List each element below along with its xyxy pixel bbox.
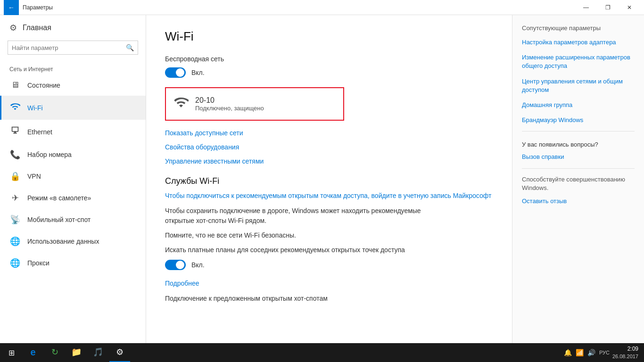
improve-text: Способствуйте совершенствованию Windows.: [522, 175, 635, 192]
search-input[interactable]: [8, 41, 122, 54]
services-link[interactable]: Чтобы подключиться к рекомендуемым откры…: [165, 192, 493, 199]
app-body: ⚙ Главная 🔍 Сеть и Интернет 🖥 Состояние …: [0, 15, 644, 343]
paid-toggle-label: Вкл.: [191, 261, 205, 269]
back-button[interactable]: ←: [4, 0, 19, 15]
network-info: 20-10 Подключено, защищено: [195, 96, 264, 112]
sidebar-item-vpn[interactable]: 🔒 VPN: [0, 165, 146, 187]
close-button[interactable]: ✕: [619, 0, 640, 15]
titlebar: ← Параметры — ❐ ✕: [0, 0, 644, 15]
network-systray-icon: 📶: [576, 349, 584, 356]
sidebar-item-label: Ethernet: [27, 128, 52, 136]
media-icon: 🎵: [93, 347, 103, 357]
right-link-help[interactable]: Вызов справки: [522, 153, 635, 161]
sidebar: ⚙ Главная 🔍 Сеть и Интернет 🖥 Состояние …: [0, 15, 146, 343]
questions-title: У вас появились вопросы?: [522, 141, 635, 148]
language-indicator: РУС: [599, 350, 610, 355]
taskbar-right: 🔔 📶 🔊 РУС 2:09 26.08.2017: [564, 346, 642, 360]
taskbar-app-explorer[interactable]: 📁: [66, 343, 87, 362]
connection-text: Подключение к предложенным открытым хот-…: [165, 294, 448, 304]
sidebar-item-label: Прокси: [27, 259, 50, 267]
sidebar-item-dialup[interactable]: 📞 Набор номера: [0, 144, 146, 165]
right-panel: Сопутствующие параметры Настройка параме…: [512, 15, 644, 343]
taskbar-app-media[interactable]: 🎵: [88, 343, 108, 362]
window-controls: — ❐ ✕: [575, 0, 640, 15]
right-link-feedback[interactable]: Оставить отзыв: [522, 197, 635, 206]
section-label: Сеть и Интернет: [0, 62, 146, 74]
sidebar-item-proxy[interactable]: 🌐 Прокси: [0, 252, 146, 274]
datausage-icon: 🌐: [9, 236, 21, 247]
sidebar-item-airplane[interactable]: ✈ Режим «в самолете»: [0, 187, 146, 209]
services-text1: Чтобы сохранить подключение в дороге, Wi…: [165, 206, 448, 226]
dialup-icon: 📞: [9, 149, 21, 160]
taskbar-app-edge[interactable]: e: [23, 343, 43, 362]
link-show-networks[interactable]: Показать доступные сети: [165, 129, 493, 137]
paid-label: Искать платные планы для соседних рекоме…: [165, 245, 448, 255]
refresh-icon: ↻: [51, 347, 58, 357]
notifications-icon[interactable]: 🔔: [564, 349, 572, 356]
status-icon: 🖥: [9, 80, 21, 90]
wireless-section-label: Беспроводная сеть: [165, 55, 493, 63]
app-title: Параметры: [23, 4, 575, 11]
link-manage-networks[interactable]: Управление известными сетями: [165, 157, 493, 165]
sidebar-item-datausage[interactable]: 🌐 Использование данных: [0, 230, 146, 252]
page-title: Wi-Fi: [165, 29, 493, 44]
sidebar-item-label: Wi-Fi: [27, 104, 43, 112]
right-link-sharing[interactable]: Изменение расширенных параметров общего …: [522, 53, 635, 70]
wireless-toggle[interactable]: [165, 67, 186, 78]
sidebar-item-wifi[interactable]: Wi-Fi: [0, 96, 146, 120]
proxy-icon: 🌐: [9, 258, 21, 268]
clock-date: 26.08.2017: [612, 353, 638, 360]
paid-toggle-row: Вкл.: [165, 260, 493, 270]
taskbar-clock: 2:09 26.08.2017: [612, 346, 638, 360]
divider1: [522, 131, 635, 132]
network-status: Подключено, защищено: [195, 105, 264, 112]
wifi-icon: [9, 101, 21, 114]
taskbar-app-settings[interactable]: ⚙: [109, 343, 130, 362]
ethernet-icon: [9, 125, 21, 138]
services-text2: Помните, что не все сети Wi-Fi безопасны…: [165, 230, 448, 240]
right-link-firewall[interactable]: Брандмауэр Windows: [522, 116, 635, 124]
main-content: Wi-Fi Беспроводная сеть Вкл. 20-10 Подкл…: [146, 15, 512, 343]
sidebar-item-label: VPN: [27, 173, 41, 180]
start-button[interactable]: ⊞: [2, 343, 21, 362]
wireless-toggle-label: Вкл.: [191, 69, 205, 76]
network-wifi-icon: [173, 95, 189, 113]
taskbar-app-refresh[interactable]: ↻: [44, 343, 65, 362]
vpn-icon: 🔒: [9, 171, 21, 181]
sidebar-header[interactable]: ⚙ Главная: [0, 15, 146, 41]
airplane-icon: ✈: [9, 193, 21, 203]
right-link-adapter[interactable]: Настройка параметров адаптера: [522, 38, 635, 47]
taskbar-apps: e ↻ 📁 🎵 ⚙: [21, 343, 564, 362]
clock-time: 2:09: [612, 346, 638, 353]
sidebar-item-label: Использование данных: [27, 238, 99, 245]
sidebar-item-status[interactable]: 🖥 Состояние: [0, 74, 146, 96]
related-settings-title: Сопутствующие параметры: [522, 25, 635, 32]
sidebar-item-ethernet[interactable]: Ethernet: [0, 120, 146, 144]
taskbar: ⊞ e ↻ 📁 🎵 ⚙ 🔔 📶 🔊 РУС 2:09 26.08.2017: [0, 343, 644, 362]
right-link-homegroup[interactable]: Домашняя группа: [522, 101, 635, 109]
right-link-network-center[interactable]: Центр управления сетями и общим доступом: [522, 77, 635, 94]
sidebar-home-label: Главная: [23, 24, 51, 32]
minimize-button[interactable]: —: [575, 0, 597, 15]
settings-taskbar-icon: ⚙: [116, 347, 124, 357]
connected-network-card[interactable]: 20-10 Подключено, защищено: [165, 87, 344, 121]
divider2: [522, 168, 635, 169]
sidebar-item-label: Набор номера: [27, 151, 72, 158]
paid-toggle-knob: [176, 261, 184, 269]
sidebar-item-label: Мобильный хот-спот: [27, 216, 91, 223]
systray: 🔔 📶 🔊 РУС: [564, 349, 610, 356]
start-icon: ⊞: [8, 348, 15, 357]
wireless-toggle-row: Вкл.: [165, 67, 493, 78]
sidebar-item-label: Состояние: [27, 82, 60, 89]
search-icon: 🔍: [122, 41, 138, 54]
link-details[interactable]: Подробнее: [165, 280, 493, 287]
restore-button[interactable]: ❐: [597, 0, 619, 15]
network-name: 20-10: [195, 96, 264, 105]
search-box[interactable]: 🔍: [8, 41, 138, 55]
sidebar-item-hotspot[interactable]: 📡 Мобильный хот-спот: [0, 209, 146, 230]
paid-toggle[interactable]: [165, 260, 186, 270]
settings-icon: ⚙: [9, 23, 17, 33]
volume-icon[interactable]: 🔊: [587, 349, 595, 356]
link-hardware-props[interactable]: Свойства оборудования: [165, 143, 493, 151]
hotspot-icon: 📡: [9, 214, 21, 225]
